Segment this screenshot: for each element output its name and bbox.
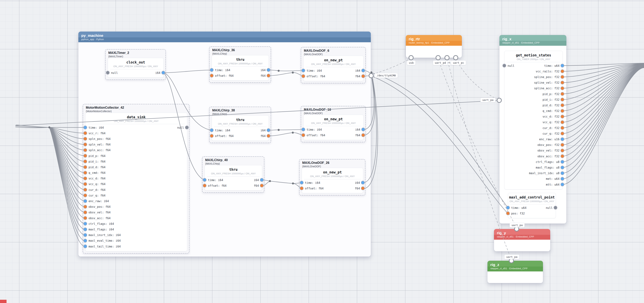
- rig-z-title: rig_z: [490, 262, 540, 267]
- port-row: time: i64i64: [212, 128, 269, 133]
- port-row-right-label: f64: [355, 75, 360, 78]
- divider: [510, 204, 554, 204]
- port-label-uart-pd: uart_pd: [433, 60, 448, 65]
- port-row: ctrl_flags: i64: [86, 221, 187, 226]
- port-row-right-label: f64: [260, 74, 266, 78]
- port-row-right-label: i64: [355, 181, 360, 184]
- container-rig-rtr[interactable]: rig_rtr router_teensy_4p1 · Embedded_CPP: [406, 35, 462, 58]
- port-row-right-label: null: [177, 126, 184, 129]
- port-row-left-label: vcc_d: f64: [88, 177, 106, 180]
- behavior-schedule: ON_TIMER 2000µs / ON_ANY: [504, 58, 562, 61]
- behavior-card-maxl_add_control_point[interactable]: maxl_add_control_pointON_ANY_FRESH 10000…: [508, 193, 556, 218]
- port-row: mtt: u64: [504, 182, 562, 188]
- edge: [562, 66, 644, 128]
- port-row: maxl_tail_time: i64: [86, 244, 187, 249]
- behavior-schedule: ON_ANY_FRESH 1000000µs / ON_ANY: [304, 122, 363, 125]
- container-rig-z[interactable]: rig_z stepper_cl_d51 · Embedded_CPP: [488, 261, 543, 283]
- rig-y-title: rig_y: [497, 230, 547, 235]
- behavior-card-thru[interactable]: thruON_ANY_FRESH 1000000µs / ON_ANYtime:…: [205, 165, 262, 190]
- edge: [562, 64, 644, 100]
- py-machine-subtitle: python_app · Python: [81, 38, 368, 41]
- behavior-title: on_new_pt: [304, 58, 363, 62]
- behavior-card-get_motion_states[interactable]: get_motion_statesON_TIMER 2000µs / ON_AN…: [504, 51, 563, 190]
- port-row-right-label: cur_q: f32: [542, 132, 560, 135]
- port-row-left-label: null: [508, 64, 514, 68]
- behavior-title: on_new_pt: [304, 117, 363, 122]
- port-row-left-label: pid_p: f64: [88, 154, 106, 158]
- edge: [562, 66, 644, 134]
- rig-x-header[interactable]: rig_x stepper_cl_d51 · Embedded_CPP: [500, 35, 566, 46]
- rig-y-header[interactable]: rig_y stepper_cl_d51 · Embedded_CPP: [494, 229, 550, 240]
- port-row-right-label: enc_raw: u16: [539, 138, 560, 141]
- node-type: (MAXLOneDOF): [302, 165, 365, 168]
- port-row-right-label: q_cmd: f32: [542, 110, 560, 113]
- node-title: MAXLOneDOF_16: [304, 108, 365, 112]
- port-row: cur_q: f64: [86, 193, 187, 198]
- port-row: nulltime: u64: [504, 63, 562, 68]
- edge: [562, 63, 644, 71]
- port-row-left-label: offset: f64: [208, 184, 226, 188]
- port-label-uart-pc: uart_pc: [451, 60, 466, 65]
- port-row-right-label: maxl_flags: u8: [536, 166, 560, 169]
- behavior-card-data_sink[interactable]: data_sinkON_ANY_FRESH 1000000µs / ON_ANY…: [85, 113, 187, 251]
- edge: [562, 64, 644, 83]
- port-row: q_cmd: f32: [504, 108, 562, 114]
- node-type: (MAXLOneDOF): [304, 112, 365, 115]
- behavior-schedule: ON_ANY_FRESH 1000000µs / ON_ANY: [304, 62, 363, 66]
- port-row: time: i64i64: [205, 177, 262, 183]
- behavior-card-thru[interactable]: thruON_ANY_FRESH 1000000µs / ON_ANYtime:…: [212, 55, 269, 80]
- behavior-schedule: ON_ANY_FRESH 1000000µs / ON_ANY: [212, 122, 269, 126]
- port-row: offset: f64f64: [302, 186, 363, 191]
- behavior-card-clock_out[interactable]: clock_outON_ANY_FRESH 1000000µs / ON_ANY…: [108, 58, 164, 78]
- graph-canvas[interactable]: py_machine python_app · Python rig_rtr r…: [0, 0, 644, 303]
- port-row-left-label: spln_pos: f64: [88, 137, 110, 140]
- node-type: (MAXLChirp): [212, 52, 271, 55]
- port-row-right-label: obsv_acc: f32: [538, 155, 560, 158]
- edge: [562, 68, 644, 184]
- py-machine-header[interactable]: py_machine python_app · Python: [78, 32, 371, 42]
- port-label-dev-ttyacm0: /dev/ttyACM0: [375, 73, 398, 78]
- behavior-schedule: ON_ANY_FRESH 1000000µs / ON_ANY: [508, 200, 556, 203]
- port-row-right-label: null: [546, 206, 552, 210]
- node-title: MAXLTimer_2: [108, 51, 166, 55]
- rig-z-header[interactable]: rig_z stepper_cl_d51 · Embedded_CPP: [488, 261, 543, 272]
- node-title: MAXLChirp_40: [205, 158, 264, 162]
- port-row-left-label: obsv_pos: f64: [88, 205, 110, 208]
- port-row-right-label: obsv_pos: f32: [538, 143, 560, 146]
- rig-x-title: rig_x: [502, 37, 564, 41]
- edge: [562, 64, 644, 94]
- port-row-left-label: cur_q: f64: [88, 194, 106, 197]
- port-row-left-label: time: u64: [511, 206, 526, 210]
- behavior-card-on_new_pt[interactable]: on_new_ptON_ANY_FRESH 1000000µs / ON_ANY…: [303, 115, 364, 140]
- port-row-right-label: f64: [355, 134, 360, 137]
- node-title: MAXLOneDOF_26: [302, 161, 365, 165]
- port-row: enc_raw: i64: [86, 198, 187, 204]
- behavior-card-thru[interactable]: thruON_ANY_FRESH 1000000µs / ON_ANYtime:…: [212, 116, 269, 141]
- port-row-left-label: ctrl_flags: i64: [88, 222, 114, 226]
- behavior-card-on_new_pt[interactable]: on_new_ptON_ANY_FRESH 1000000µs / ON_ANY…: [302, 168, 363, 193]
- port-row: obsv_pos: f32: [504, 142, 562, 148]
- node-title: MotorMotionCollector_42: [86, 106, 189, 110]
- port-row: offset: f64f64: [212, 133, 269, 139]
- port-row-left-label: spln_vel: f64: [88, 143, 110, 146]
- port-row-left-label: offset: f64: [215, 74, 234, 78]
- behavior-card-on_new_pt[interactable]: on_new_ptON_ANY_FRESH 1000000µs / ON_ANY…: [303, 56, 364, 81]
- port-row: spln_pos: f64: [86, 136, 187, 142]
- port-row-left-label: obsv_vel: f64: [88, 211, 110, 214]
- port-row-right-label: f64: [260, 134, 266, 138]
- port-row-left-label: pos: f32: [511, 212, 525, 215]
- port-row-right-label: obsv_vel: f32: [538, 149, 560, 152]
- port-row-left-label: obsv_acc: f64: [88, 217, 110, 220]
- container-rig-y[interactable]: rig_y stepper_cl_d51 · Embedded_CPP: [494, 229, 550, 251]
- port-row-left-label: offset: f64: [215, 134, 234, 138]
- rig-y-subtitle: stepper_cl_d51 · Embedded_CPP: [497, 235, 547, 238]
- port-row-right-label: time: u64: [544, 64, 560, 68]
- edge: [371, 72, 508, 208]
- port-row: obsv_vel: f32: [504, 148, 562, 154]
- port-row-right-label: vcc_d: f32: [542, 115, 560, 118]
- port-row-left-label: time: i64: [306, 69, 322, 72]
- rig-rtr-header[interactable]: rig_rtr router_teensy_4p1 · Embedded_CPP: [406, 35, 462, 46]
- port-row-left-label: time: i64: [215, 129, 230, 132]
- port-row: vcc_q: f32: [504, 120, 562, 125]
- port-row: nulli64: [108, 70, 164, 76]
